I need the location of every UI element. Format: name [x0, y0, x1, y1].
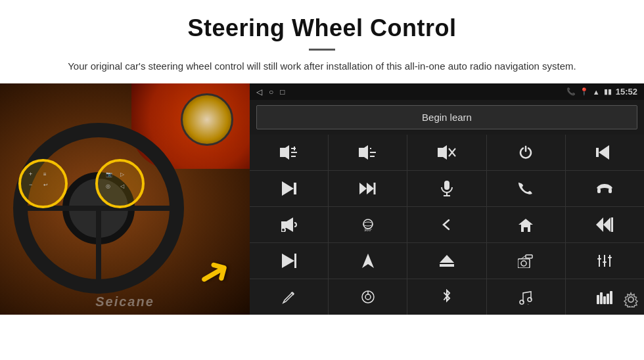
home-nav-button[interactable]	[487, 207, 565, 242]
svg-text:◎: ◎	[106, 183, 110, 189]
mic-button[interactable]	[407, 171, 486, 206]
svg-point-49	[521, 261, 526, 266]
svg-marker-27	[367, 183, 374, 194]
svg-rect-32	[597, 189, 601, 193]
svg-marker-26	[359, 183, 367, 194]
svg-text:↩: ↩	[43, 182, 48, 188]
svg-text:📷: 📷	[106, 171, 112, 177]
right-button-circle: 📷 ◎ ▷ ◁	[95, 159, 145, 208]
battery-icon: ▮▮	[604, 87, 612, 96]
svg-text:+: +	[29, 171, 32, 177]
svg-marker-39	[518, 219, 533, 232]
svg-marker-8	[280, 145, 289, 160]
svg-marker-24	[282, 181, 294, 196]
fast-forward-button[interactable]	[329, 171, 407, 206]
svg-rect-42	[611, 217, 613, 232]
skip-fwd-button[interactable]	[250, 243, 328, 279]
settings-gear-button[interactable]	[623, 292, 639, 311]
svg-text:360°: 360°	[364, 228, 373, 232]
vol-down-button[interactable]	[329, 135, 407, 170]
next-button[interactable]	[250, 171, 328, 206]
knob-button[interactable]	[329, 279, 407, 315]
rewind-button[interactable]	[566, 207, 644, 242]
wifi-icon: ▲	[593, 88, 600, 96]
status-bar-left: ◁ ○ □	[256, 87, 285, 97]
location-icon: 📍	[580, 87, 589, 96]
home-icon[interactable]: ○	[269, 87, 273, 97]
hang-up-button[interactable]	[566, 171, 644, 206]
status-bar: ◁ ○ □ 📞 📍 ▲ ▮▮ 15:52	[250, 83, 644, 100]
svg-rect-67	[607, 294, 609, 304]
svg-marker-34	[281, 217, 293, 232]
svg-text:▷: ▷	[120, 171, 125, 177]
svg-rect-56	[603, 261, 607, 263]
nav-button[interactable]	[329, 243, 407, 279]
begin-learn-button[interactable]: Begin learn	[256, 105, 637, 129]
svg-rect-33	[609, 189, 612, 193]
music-button[interactable]: ♪	[487, 279, 565, 315]
radio-button[interactable]	[487, 243, 565, 279]
svg-point-69	[628, 297, 633, 302]
svg-text:−: −	[29, 181, 32, 188]
svg-rect-64	[597, 295, 599, 304]
svg-point-35	[281, 228, 285, 232]
speedometer	[181, 93, 233, 146]
time-display: 15:52	[616, 87, 637, 97]
seicane-watermark: Seicane	[95, 294, 154, 309]
edit-button[interactable]	[250, 279, 328, 315]
control-grid: 360°	[250, 135, 644, 315]
svg-rect-21	[596, 148, 599, 157]
phone-icon: 📞	[566, 87, 576, 96]
recents-icon[interactable]: □	[280, 87, 285, 97]
svg-text:≡: ≡	[43, 171, 47, 177]
android-panel: ◁ ○ □ 📞 📍 ▲ ▮▮ 15:52 Begin learn	[250, 83, 644, 315]
horn-button[interactable]	[250, 207, 328, 242]
svg-rect-55	[597, 258, 601, 259]
power-button[interactable]	[487, 135, 565, 170]
bluetooth-button[interactable]	[407, 279, 486, 315]
begin-learn-row: Begin learn	[250, 100, 644, 135]
mute-button[interactable]	[407, 135, 486, 170]
content-row: + − ≡ ↩ 📷 ◎ ▷ ◁ ➜	[0, 83, 644, 315]
svg-marker-45	[362, 254, 374, 268]
page-container: Steering Wheel Control Your original car…	[0, 0, 644, 315]
spoke-vertical	[96, 208, 101, 294]
back-icon[interactable]: ◁	[256, 87, 262, 97]
call-button[interactable]	[487, 171, 565, 206]
svg-rect-65	[600, 292, 603, 304]
svg-point-37	[363, 222, 373, 226]
header: Steering Wheel Control Your original car…	[0, 0, 644, 83]
photo-side: + − ≡ ↩ 📷 ◎ ▷ ◁ ➜	[0, 83, 250, 315]
svg-text:◁: ◁	[120, 183, 125, 189]
svg-marker-44	[282, 254, 294, 268]
left-button-circle: + − ≡ ↩	[18, 159, 68, 208]
eject-button[interactable]	[407, 243, 486, 279]
svg-marker-41	[603, 217, 610, 232]
svg-rect-68	[610, 291, 612, 304]
vol-up-button[interactable]	[250, 135, 328, 170]
svg-rect-23	[294, 183, 296, 194]
svg-rect-66	[603, 296, 606, 304]
svg-rect-29	[444, 181, 449, 190]
arrow-indicator: ➜	[188, 244, 239, 300]
svg-marker-22	[599, 145, 609, 160]
svg-marker-13	[359, 145, 368, 160]
svg-rect-50	[526, 255, 532, 258]
steering-wheel-ring	[13, 123, 184, 294]
svg-rect-43	[294, 254, 296, 268]
camera-360-button[interactable]: 360°	[329, 207, 407, 242]
status-bar-right: 📞 📍 ▲ ▮▮ 15:52	[566, 87, 637, 97]
svg-marker-18	[438, 145, 447, 160]
steering-wheel-background: + − ≡ ↩ 📷 ◎ ▷ ◁ ➜	[0, 83, 250, 315]
svg-text:♪: ♪	[527, 303, 529, 305]
subtitle-text: Your original car's steering wheel contr…	[53, 58, 591, 74]
page-title: Steering Wheel Control	[39, 14, 605, 42]
svg-rect-47	[440, 264, 454, 267]
eq-button[interactable]	[566, 243, 644, 279]
svg-marker-40	[596, 217, 603, 232]
title-divider	[309, 49, 335, 51]
back-nav-button[interactable]	[407, 207, 486, 242]
svg-marker-46	[440, 255, 454, 263]
svg-point-59	[365, 294, 371, 300]
call-prev-button[interactable]	[566, 135, 644, 170]
